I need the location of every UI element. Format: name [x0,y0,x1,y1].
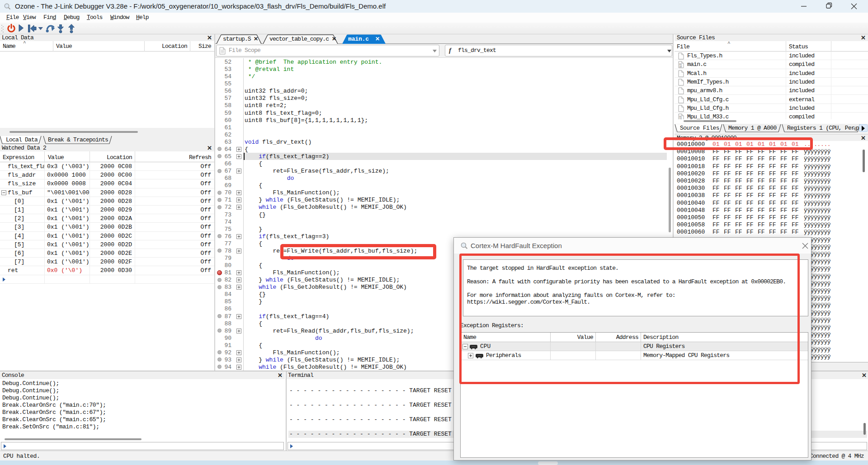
svg-text:10: 10 [679,66,682,68]
